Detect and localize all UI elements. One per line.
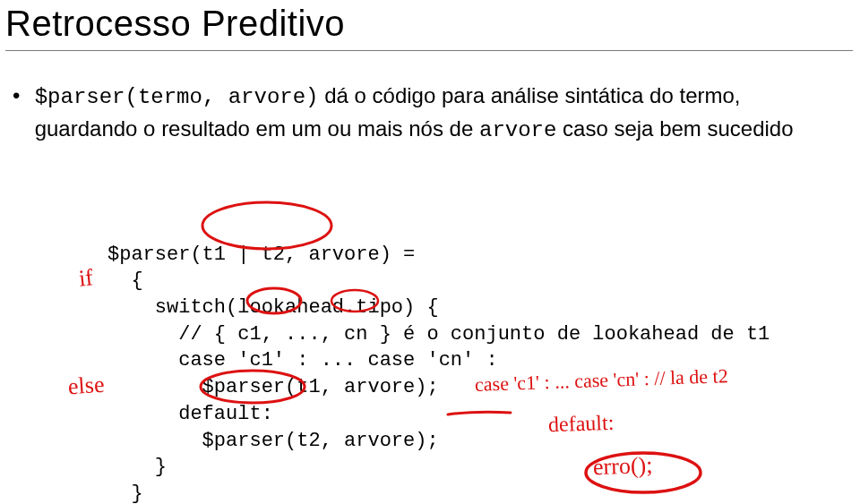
handwriting-if: if xyxy=(77,264,94,292)
code-line-6: $parser(t1, arvore); xyxy=(108,376,439,398)
code-line-5: case 'c1' : ... case 'cn' : xyxy=(108,349,498,372)
code-line-1: $parser(t1 | t2, arvore) = xyxy=(108,243,415,266)
handwriting-else: else xyxy=(67,372,105,401)
inline-code-1: $parser(termo, arvore) xyxy=(35,85,319,109)
code-line-2: { xyxy=(108,269,143,292)
bullet-text-after: caso seja bem sucedido xyxy=(556,116,793,141)
code-line-7: default: xyxy=(108,403,273,425)
page-title: Retrocesso Preditivo xyxy=(5,4,345,44)
inline-code-2: arvore xyxy=(479,118,556,142)
bullet-marker: • xyxy=(13,81,29,112)
code-line-10: } xyxy=(108,483,143,504)
code-line-3: switch(lookahead.tipo) { xyxy=(108,296,439,319)
code-line-4: // { c1, ..., cn } é o conjunto de looka… xyxy=(108,323,770,346)
bullet-content: $parser(termo, arvore) dá o código para … xyxy=(35,81,834,147)
code-block: $parser(t1 | t2, arvore) = { switch(look… xyxy=(108,215,770,504)
code-line-9: } xyxy=(108,456,167,478)
title-divider xyxy=(5,50,853,51)
bullet-paragraph: • $parser(termo, arvore) dá o código par… xyxy=(13,81,837,147)
code-line-8: $parser(t2, arvore); xyxy=(108,430,439,452)
